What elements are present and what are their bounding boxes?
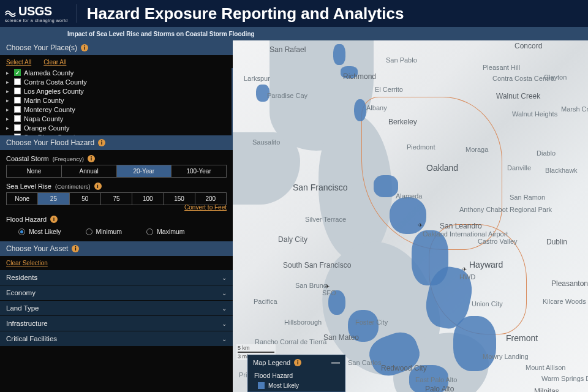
clear-all-link[interactable]: Clear All — [43, 59, 66, 66]
map-label: El Cerrito — [375, 86, 403, 93]
radio-option[interactable]: Minimum — [86, 228, 123, 235]
asset-item[interactable]: Infrastructure⌄ — [0, 316, 233, 331]
map-legend[interactable]: Map Legend i — Flood Hazard Most Likely — [247, 355, 345, 392]
radio-icon[interactable] — [18, 228, 25, 235]
info-icon[interactable]: i — [72, 245, 79, 252]
place-item[interactable]: ▸ Napa County — [6, 114, 225, 123]
flood-hazard-radios[interactable]: Most LikelyMinimumMaximum — [6, 225, 227, 235]
map-label: Milpitas — [534, 387, 559, 392]
checkbox[interactable] — [14, 124, 21, 131]
chevron-right-icon[interactable]: ▸ — [6, 107, 11, 113]
info-icon[interactable]: i — [94, 183, 102, 190]
logo-tagline: science for a changing world — [5, 18, 68, 23]
place-item[interactable]: ▸ Contra Costa County — [6, 77, 225, 86]
place-label: Alameda County — [24, 69, 74, 77]
convert-units-link[interactable]: Convert to Feet — [184, 204, 227, 211]
segment-option[interactable]: 50 — [70, 193, 101, 205]
minimize-icon[interactable]: — — [331, 358, 340, 368]
checkbox[interactable] — [14, 106, 21, 113]
checkbox[interactable] — [14, 97, 21, 104]
info-icon[interactable]: i — [294, 359, 301, 366]
chevron-right-icon[interactable]: ▸ — [6, 79, 11, 85]
flood-hazard-label: Flood Hazard — [6, 216, 47, 223]
asset-item[interactable]: Land Type⌄ — [0, 301, 233, 315]
legend-item: Most Likely — [268, 382, 299, 389]
asset-item[interactable]: Critical Facilities⌄ — [0, 331, 233, 346]
segment-option[interactable]: Annual — [62, 165, 117, 177]
info-icon[interactable]: i — [88, 155, 95, 162]
logo-text: USGS — [18, 4, 52, 18]
control-panel: Choose Your Place(s) i Select All Clear … — [0, 40, 233, 392]
place-label: Monterey County — [24, 106, 75, 113]
segment-option[interactable]: 100-Year — [172, 165, 226, 177]
wave-icon — [5, 6, 16, 17]
checkbox[interactable] — [14, 115, 21, 122]
checkbox[interactable] — [14, 88, 21, 94]
app-header: USGS science for a changing world Hazard… — [0, 0, 588, 27]
place-item[interactable]: ▸ Orange County — [6, 123, 225, 132]
info-icon[interactable]: i — [98, 139, 105, 146]
place-item[interactable]: ▸ Monterey County — [6, 105, 225, 114]
place-label: Orange County — [24, 124, 70, 132]
storm-frequency-segmented[interactable]: NoneAnnual20-Year100-Year — [6, 165, 227, 178]
chevron-right-icon[interactable]: ▸ — [6, 97, 11, 104]
place-label: Marin County — [24, 97, 64, 104]
map-label: Pacifica — [254, 298, 277, 305]
segment-option[interactable]: 25 — [38, 193, 69, 205]
map-canvas[interactable]: ✈ ✈ ✈ San RafaelSan PabloConcordRichmond… — [233, 40, 588, 392]
asset-heading: Choose Your Asset i — [0, 241, 233, 256]
map-label: San Ramon — [510, 194, 545, 201]
map-label: San Bruno — [295, 282, 327, 289]
info-icon[interactable]: i — [81, 44, 88, 51]
asset-item[interactable]: Economy⌄ — [0, 285, 233, 300]
segment-option[interactable]: 75 — [101, 193, 132, 205]
airport-icon: ✈ — [418, 222, 423, 228]
chevron-right-icon[interactable]: ▸ — [6, 116, 11, 122]
radio-icon[interactable] — [86, 228, 92, 235]
map-label: Daly City — [278, 235, 307, 244]
map-label: Dublin — [546, 238, 567, 246]
map-label: Walnut Heights — [512, 110, 557, 118]
info-icon[interactable]: i — [50, 216, 58, 223]
segment-option[interactable]: 20-Year — [117, 165, 172, 177]
chevron-down-icon: ⌄ — [222, 274, 227, 281]
map-label: Marsh Creek Springs — [561, 105, 588, 113]
page-subtitle: Impact of Sea Level Rise and Storms on C… — [0, 27, 588, 40]
coastal-storm-label: Coastal Storm — [6, 155, 49, 162]
slr-segmented[interactable]: None255075100150200 — [6, 192, 227, 205]
checkbox[interactable] — [14, 78, 21, 85]
map-label: Concord — [514, 42, 542, 50]
map-label: Danville — [507, 164, 531, 172]
clear-selection-link[interactable]: Clear Selection — [6, 260, 48, 266]
select-all-link[interactable]: Select All — [6, 59, 31, 66]
segment-option[interactable]: 150 — [164, 193, 195, 205]
hazard-heading: Choose Your Flood Hazard i — [0, 135, 233, 150]
radio-option[interactable]: Maximum — [146, 228, 185, 235]
map-label: Diablo — [537, 149, 556, 157]
place-list[interactable]: ▸ Alameda County▸ Contra Costa County▸ L… — [0, 68, 233, 135]
chevron-down-icon: ⌄ — [222, 290, 227, 296]
radio-option[interactable]: Most Likely — [18, 228, 61, 235]
asset-item[interactable]: Residents⌄ — [0, 270, 233, 285]
usgs-logo: USGS science for a changing world — [5, 4, 77, 23]
segment-option[interactable]: 200 — [195, 193, 226, 205]
legend-swatch — [258, 382, 265, 389]
map-label: Contra Costa Centre — [492, 75, 554, 82]
radio-icon[interactable] — [146, 228, 153, 235]
map-label: Pleasant Hill — [483, 64, 520, 71]
asset-list: Residents⌄Economy⌄Land Type⌄Infrastructu… — [0, 269, 233, 348]
place-item[interactable]: ▸ Los Angeles County — [6, 86, 225, 96]
place-item[interactable]: ▸ Alameda County — [6, 68, 225, 77]
map-label: Mount Allison — [526, 364, 565, 371]
chevron-right-icon[interactable]: ▸ — [6, 125, 11, 131]
segment-option[interactable]: None — [7, 193, 38, 205]
place-item[interactable]: ▸ Marin County — [6, 96, 225, 105]
checkbox[interactable] — [14, 69, 21, 76]
chevron-right-icon[interactable]: ▸ — [6, 88, 11, 94]
chevron-right-icon[interactable]: ▸ — [6, 70, 11, 76]
map-label: Walnut Creek — [496, 92, 540, 100]
segment-option[interactable]: 100 — [132, 193, 164, 205]
app-title: Hazard Exposure Reporting and Analytics — [87, 4, 404, 23]
segment-option[interactable]: None — [7, 165, 62, 177]
airport-icon: ✈ — [325, 283, 330, 290]
